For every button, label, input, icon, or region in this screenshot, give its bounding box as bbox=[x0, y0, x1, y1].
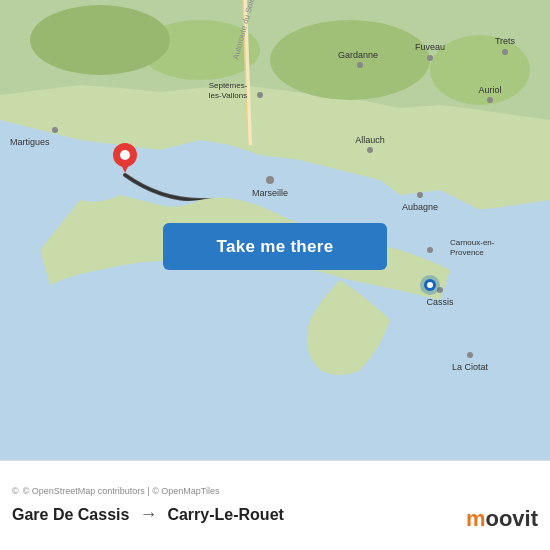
svg-point-5 bbox=[30, 5, 170, 75]
svg-point-17 bbox=[502, 49, 508, 55]
moovit-logo: moovit bbox=[466, 506, 538, 532]
svg-text:Aubagne: Aubagne bbox=[402, 202, 438, 212]
svg-point-2 bbox=[270, 20, 430, 100]
svg-text:Septèmes-: Septèmes- bbox=[209, 81, 248, 90]
svg-point-23 bbox=[417, 192, 423, 198]
svg-point-19 bbox=[367, 147, 373, 153]
svg-point-32 bbox=[467, 352, 473, 358]
svg-text:Provence: Provence bbox=[450, 248, 484, 257]
svg-text:Martigues: Martigues bbox=[10, 137, 50, 147]
cta-button-container: Take me there bbox=[163, 223, 387, 270]
svg-point-40 bbox=[120, 150, 130, 160]
svg-text:Auriol: Auriol bbox=[478, 85, 501, 95]
route-info: Gare De Cassis → Carry-Le-Rouet bbox=[12, 504, 538, 525]
svg-text:Cassis: Cassis bbox=[426, 297, 454, 307]
svg-point-15 bbox=[427, 55, 433, 61]
destination-label: Carry-Le-Rouet bbox=[167, 506, 283, 524]
svg-text:les-Vallons: les-Vallons bbox=[209, 91, 248, 100]
svg-point-8 bbox=[52, 127, 58, 133]
svg-text:La Ciotat: La Ciotat bbox=[452, 362, 489, 372]
svg-text:Fuveau: Fuveau bbox=[415, 42, 445, 52]
svg-text:Trets: Trets bbox=[495, 36, 516, 46]
footer: © © OpenStreetMap contributors | © OpenM… bbox=[0, 460, 550, 550]
route-arrow-icon: → bbox=[139, 504, 157, 525]
svg-point-13 bbox=[357, 62, 363, 68]
svg-point-10 bbox=[257, 92, 263, 98]
svg-text:Allauch: Allauch bbox=[355, 135, 385, 145]
map-container: Martigues Septèmes- les-Vallons Gardanne… bbox=[0, 0, 550, 460]
take-me-there-button[interactable]: Take me there bbox=[163, 223, 387, 270]
svg-point-21 bbox=[266, 176, 274, 184]
svg-text:Carnoux-en-: Carnoux-en- bbox=[450, 238, 495, 247]
svg-text:Marseille: Marseille bbox=[252, 188, 288, 198]
svg-point-37 bbox=[427, 282, 433, 288]
attribution-text: © © OpenStreetMap contributors | © OpenM… bbox=[12, 486, 538, 496]
moovit-logo-text: moovit bbox=[466, 506, 538, 531]
svg-point-25 bbox=[487, 97, 493, 103]
svg-point-27 bbox=[427, 247, 433, 253]
openstreetmap-credit: © OpenStreetMap contributors | © OpenMap… bbox=[23, 486, 220, 496]
copyright-icon: © bbox=[12, 486, 19, 496]
svg-text:Gardanne: Gardanne bbox=[338, 50, 378, 60]
origin-label: Gare De Cassis bbox=[12, 506, 129, 524]
